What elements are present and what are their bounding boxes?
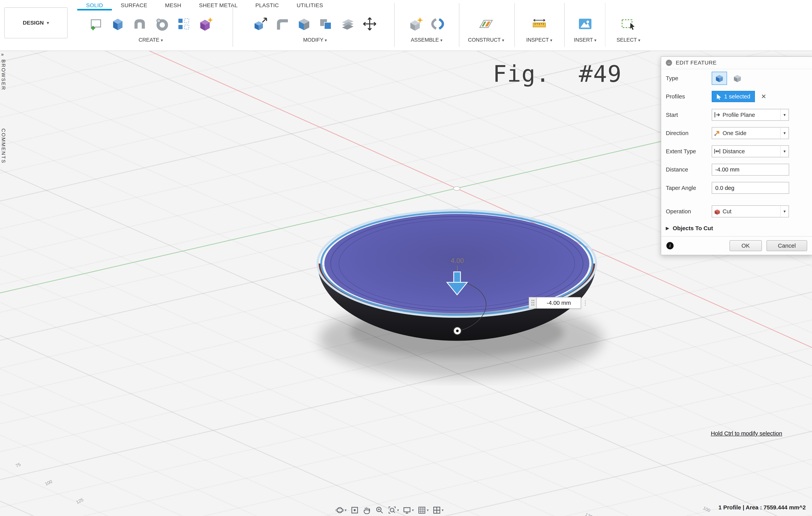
select-button[interactable]	[617, 13, 639, 35]
assemble-menu[interactable]: ASSEMBLE ▾	[399, 37, 454, 43]
inspect-menu[interactable]: INSPECT ▾	[520, 37, 558, 43]
revolve-button[interactable]	[151, 13, 173, 35]
taper-angle-label: Taper Angle	[666, 185, 712, 191]
tab-plastic[interactable]: PLASTIC	[246, 0, 288, 10]
caret-down-icon: ▾	[161, 38, 163, 43]
design-label: DESIGN	[23, 20, 44, 26]
distance-input[interactable]: -4.00 mm	[712, 164, 789, 175]
extrude-button[interactable]	[107, 13, 129, 35]
pattern-button[interactable]	[173, 13, 195, 35]
profiles-selected-chip[interactable]: 1 selected	[712, 91, 755, 102]
fillet-button[interactable]	[271, 13, 293, 35]
objects-to-cut-expander[interactable]: ▶ Objects To Cut	[661, 220, 812, 236]
start-row: Start Profile Plane ▾	[661, 106, 812, 124]
combine-button[interactable]	[315, 13, 337, 35]
display-settings-icon	[403, 506, 411, 515]
create-group: CREATE ▾	[77, 12, 224, 48]
start-dropdown[interactable]: Profile Plane ▾	[712, 109, 789, 121]
kebab-menu-icon[interactable]: ⋮	[581, 299, 589, 306]
shell-button[interactable]	[293, 13, 315, 35]
select-label: SELECT	[616, 37, 637, 43]
measure-button[interactable]	[528, 13, 550, 35]
look-at-button[interactable]	[350, 505, 359, 515]
clear-selection-icon[interactable]: ✕	[761, 93, 766, 100]
tab-surface[interactable]: SURFACE	[112, 0, 156, 10]
joint-icon	[430, 16, 445, 32]
cursor-icon	[716, 93, 722, 100]
view-navbar: ▾ ▾ ▾ ▾ ▾	[335, 505, 444, 515]
distance-label: Distance	[666, 166, 712, 173]
create-label: CREATE	[139, 37, 160, 43]
sweep-button[interactable]	[129, 13, 151, 35]
collapse-icon[interactable]: –	[666, 60, 672, 66]
one-side-icon	[713, 129, 721, 137]
viewports-button[interactable]: ▾	[432, 505, 444, 515]
direction-value: One Side	[723, 130, 780, 136]
thicken-button[interactable]	[337, 13, 359, 35]
taper-angle-input[interactable]: 0.0 deg	[712, 182, 789, 194]
operation-row: Operation Cut ▾	[661, 202, 812, 220]
direction-row: Direction One Side ▾	[661, 124, 812, 142]
distance-inline-input[interactable]: -4.00 mm	[536, 297, 581, 309]
drag-grip-icon[interactable]	[529, 297, 536, 309]
type-extrude-button[interactable]	[712, 72, 727, 85]
browser-panel-tab[interactable]: BROWSER	[1, 59, 6, 90]
cut-operation-icon	[713, 207, 721, 215]
info-icon[interactable]: i	[666, 242, 674, 249]
taper-handle[interactable]	[454, 327, 461, 335]
caret-down-icon: ▾	[47, 20, 49, 25]
toolbar-separator	[564, 3, 565, 47]
joint-button[interactable]	[427, 13, 448, 35]
cancel-button[interactable]: Cancel	[766, 240, 807, 251]
move-button[interactable]	[359, 13, 381, 35]
insert-menu[interactable]: INSERT ▾	[567, 37, 604, 43]
orbit-icon	[335, 506, 344, 515]
caret-down-icon: ▾	[325, 38, 327, 43]
construct-plane-icon	[478, 16, 494, 32]
type-thin-extrude-button[interactable]	[730, 72, 745, 85]
operation-dropdown[interactable]: Cut ▾	[712, 206, 789, 217]
design-workspace-selector[interactable]: DESIGN ▾	[4, 7, 67, 38]
tab-utilities[interactable]: UTILITIES	[288, 0, 332, 10]
ok-button[interactable]: OK	[729, 240, 762, 251]
type-row: Type	[661, 69, 812, 87]
extent-type-row: Extent Type Distance ▾	[661, 142, 812, 160]
shell-icon	[296, 16, 312, 32]
comments-panel-tab[interactable]: COMMENTS	[1, 129, 6, 164]
press-pull-button[interactable]	[250, 13, 271, 35]
extent-type-dropdown[interactable]: Distance ▾	[712, 145, 789, 157]
revolve-icon	[154, 16, 170, 32]
caret-down-icon: ▾	[502, 38, 504, 43]
new-component-button[interactable]	[405, 13, 427, 35]
fit-button[interactable]: ▾	[387, 505, 399, 515]
display-settings-button[interactable]: ▾	[402, 505, 414, 515]
extrude-type-icon	[715, 73, 724, 83]
create-form-icon	[198, 16, 213, 32]
construct-plane-button[interactable]	[475, 13, 497, 35]
browser-expand-icon[interactable]: »	[1, 52, 3, 57]
create-menu[interactable]: CREATE ▾	[77, 37, 224, 43]
measure-icon	[531, 16, 547, 32]
construct-menu[interactable]: CONSTRUCT ▾	[467, 37, 505, 43]
grid-settings-button[interactable]: ▾	[417, 505, 429, 515]
direction-dropdown[interactable]: One Side ▾	[712, 127, 789, 139]
status-text: 1 Profile | Area : 7559.444 mm^2	[719, 504, 806, 511]
zoom-button[interactable]	[375, 505, 384, 515]
dialog-title: EDIT FEATURE	[676, 59, 717, 66]
create-sketch-button[interactable]	[85, 13, 107, 35]
tab-solid[interactable]: SOLID	[77, 0, 112, 10]
move-icon	[362, 16, 378, 32]
modify-label: MODIFY	[303, 37, 323, 43]
tab-mesh[interactable]: MESH	[156, 0, 190, 10]
select-menu[interactable]: SELECT ▾	[609, 37, 648, 43]
selection-hint: Hold Ctrl to modify selection	[711, 430, 782, 437]
orbit-button[interactable]: ▾	[335, 505, 347, 515]
modify-menu[interactable]: MODIFY ▾	[240, 37, 390, 43]
create-form-button[interactable]	[195, 13, 216, 35]
insert-image-button[interactable]	[574, 13, 596, 35]
caret-down-icon: ▾	[345, 508, 346, 512]
pan-button[interactable]	[362, 505, 372, 515]
extent-type-value: Distance	[723, 148, 780, 155]
dialog-header[interactable]: – EDIT FEATURE	[661, 57, 812, 69]
tab-sheet-metal[interactable]: SHEET METAL	[190, 0, 246, 10]
